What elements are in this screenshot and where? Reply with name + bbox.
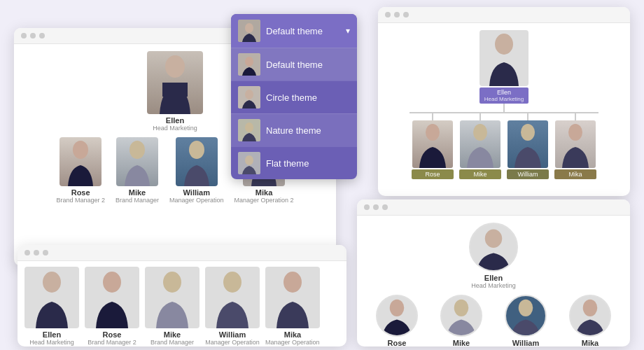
- mika-title-left: Manager Operation 2: [234, 197, 294, 204]
- flat-mike-photo: [145, 267, 200, 328]
- dropdown-item-label-nature: Nature theme: [266, 125, 321, 136]
- right-mika-badge: Mika: [554, 169, 596, 179]
- dropdown-chevron-icon[interactable]: ▾: [346, 26, 350, 36]
- dropdown-item-circle[interactable]: Circle theme: [231, 80, 357, 113]
- right-william-photo: [507, 120, 548, 168]
- right-rose-photo: [412, 120, 453, 168]
- rose-figure-left: [59, 137, 102, 186]
- svg-point-18: [473, 124, 487, 141]
- svg-point-2: [73, 141, 88, 159]
- right-william-card: William: [507, 113, 549, 179]
- right-ellen-title: Head Marketing: [484, 96, 524, 102]
- svg-point-26: [485, 230, 503, 248]
- flat-mike-svg: [145, 267, 200, 328]
- right-rose-card: Rose: [412, 113, 454, 179]
- mike-title-left: Brand Manager: [115, 197, 159, 204]
- william-name-left: William: [183, 188, 210, 197]
- dot2: [30, 33, 36, 38]
- svg-point-27: [390, 300, 405, 316]
- flat-rose-photo: [85, 267, 139, 328]
- circle-content: Ellen Head Marketing Rose Brand Manager …: [357, 216, 630, 346]
- right-rose-svg: [412, 120, 453, 168]
- right-sub-persons: Rose Mike: [412, 113, 596, 179]
- right-mika-photo: [555, 120, 596, 168]
- circle-mika-photo: [569, 295, 611, 337]
- svg-point-9: [245, 57, 253, 66]
- dropdown-header-photo: [238, 20, 260, 42]
- flat-mika-name: Mika: [284, 330, 301, 339]
- flat-row: Ellen Head Marketing Rose Brand Manager …: [18, 261, 346, 346]
- right-mike-svg: [460, 120, 500, 168]
- svg-point-19: [521, 124, 535, 141]
- svg-point-23: [163, 272, 181, 293]
- circle-william-svg: [506, 296, 545, 335]
- flat-mika-photo: [265, 267, 320, 328]
- circle-rose-name: Rose: [388, 339, 407, 346]
- flat-ellen-title: Head Marketing: [29, 339, 74, 346]
- top-person-left: Ellen Head Marketing: [147, 51, 203, 132]
- william-photo-left: [176, 137, 218, 186]
- right-ellen-badge: Ellen Head Marketing: [479, 88, 528, 104]
- circle-window: Ellen Head Marketing Rose Brand Manager …: [357, 200, 630, 346]
- dropdown-header[interactable]: Default theme ▾: [231, 14, 357, 48]
- item-circle-photo: [238, 86, 260, 108]
- circle-sub-row: Rose Brand Manager 2 Mike Brand Manager: [364, 295, 623, 346]
- flat-ellen-photo: [24, 267, 79, 328]
- right-dot2: [394, 12, 400, 18]
- v-conn-mika: [575, 113, 576, 120]
- right-william-badge: William: [507, 169, 549, 179]
- ellen-name-left: Ellen: [166, 116, 184, 125]
- svg-point-29: [519, 300, 533, 316]
- dropdown-item-photo-circle: [238, 86, 260, 108]
- dropdown-item-photo-default: [238, 53, 260, 76]
- dropdown-item-photo-nature: [238, 119, 260, 141]
- dropdown-item-flat[interactable]: Flat theme: [231, 146, 357, 179]
- right-william-svg: [507, 120, 548, 168]
- flat-william-name: William: [219, 330, 246, 339]
- circle-william-name: William: [512, 339, 539, 346]
- svg-point-28: [454, 300, 469, 316]
- dot1: [21, 33, 27, 38]
- ellen-figure-left: [147, 51, 203, 114]
- circle-ellen-name: Ellen: [484, 274, 503, 282]
- flat-william-title: Manager Operation: [205, 339, 260, 346]
- dropdown-selected-label: Default theme: [266, 26, 340, 36]
- dropdown-item-label-circle: Circle theme: [266, 92, 317, 103]
- right-ellen-svg: [479, 30, 528, 86]
- item-flat-photo: [238, 152, 260, 174]
- flat-rose: Rose Brand Manager 2: [85, 267, 139, 346]
- circle-mika-name: Mika: [582, 339, 598, 346]
- right-top-person: Ellen Head Marketing: [479, 30, 528, 112]
- right-dot1: [385, 12, 391, 18]
- circle-rose: Rose Brand Manager 2: [369, 295, 425, 346]
- svg-point-3: [130, 141, 145, 159]
- mike-card-left: Mike Brand Manager: [115, 137, 159, 204]
- rose-card-left: Rose Brand Manager 2: [56, 137, 105, 204]
- flat-mike-title: Brand Manager: [150, 339, 194, 346]
- flat-mika-svg: [265, 267, 320, 328]
- theme-dropdown[interactable]: Default theme ▾ Default theme Circle the…: [231, 14, 357, 179]
- svg-point-11: [245, 90, 253, 99]
- circle-dot2: [373, 204, 379, 210]
- bottom-dot1: [24, 250, 30, 255]
- mike-figure-left: [116, 137, 158, 186]
- dropdown-item-label-flat: Flat theme: [266, 158, 309, 169]
- dropdown-item-photo-flat: [238, 152, 260, 174]
- right-ellen-photo: [479, 30, 528, 86]
- right-mike-card: Mike: [459, 113, 501, 179]
- dropdown-item-nature[interactable]: Nature theme: [231, 113, 357, 146]
- right-titlebar: [378, 7, 630, 23]
- bottom-window: Ellen Head Marketing Rose Brand Manager …: [18, 245, 346, 346]
- dropdown-item-default[interactable]: Default theme: [231, 48, 357, 80]
- bottom-dot3: [43, 250, 48, 255]
- header-photo-svg: [238, 20, 260, 42]
- flat-ellen: Ellen Head Marketing: [24, 267, 79, 346]
- flat-rose-title: Brand Manager 2: [88, 339, 136, 346]
- svg-point-7: [245, 23, 253, 33]
- william-title-left: Manager Operation: [169, 197, 224, 204]
- william-card-left: William Manager Operation: [169, 137, 224, 204]
- circle-ellen-photo: [469, 223, 518, 272]
- bottom-titlebar: [18, 245, 346, 261]
- right-mike-photo: [460, 120, 500, 168]
- circle-william: William Manager Operation: [498, 295, 554, 346]
